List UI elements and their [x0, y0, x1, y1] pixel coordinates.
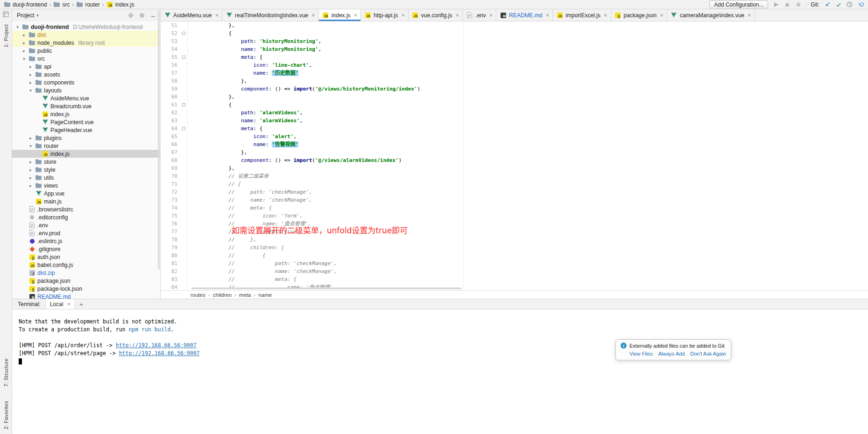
chevron-right-icon[interactable]: ▸	[28, 64, 33, 69]
editor-tab[interactable]: JSindex.js×	[319, 9, 361, 21]
breadcrumb-item[interactable]: src	[52, 1, 71, 8]
breadcrumb-item[interactable]: duoji-frontend	[3, 1, 48, 8]
tree-item[interactable]: JSindex.js	[12, 150, 160, 158]
chevron-right-icon[interactable]: ▸	[21, 49, 27, 53]
terminal-link[interactable]: http://192.168.66.56:9007	[119, 350, 200, 357]
editor-breadcrumb-item[interactable]: routes	[191, 292, 205, 298]
editor-tab[interactable]: JSvue.config.js×	[409, 9, 463, 21]
tree-item[interactable]: ▸store	[12, 158, 160, 166]
tree-item[interactable]: ▸views	[12, 182, 160, 189]
tree-item[interactable]: ▸utils	[12, 174, 160, 182]
close-icon[interactable]: ×	[604, 12, 607, 18]
chevron-down-icon[interactable]: ▾	[28, 88, 33, 93]
close-icon[interactable]: ×	[67, 301, 71, 307]
breadcrumb-item[interactable]: JSindex.js	[106, 1, 135, 8]
tree-item[interactable]: ▾src	[12, 55, 160, 63]
editor-tab[interactable]: JSimportExcel.js×	[553, 9, 611, 21]
tree-item[interactable]: JSbabel.config.js	[12, 261, 160, 269]
editor-tab[interactable]: AsideMenu.vue×	[161, 9, 222, 21]
chevron-down-icon[interactable]: ▾	[21, 56, 27, 61]
notification-action[interactable]: Always Add	[658, 351, 685, 357]
editor-tab[interactable]: .env×	[463, 9, 496, 21]
code-line[interactable]: 71 // {	[161, 180, 868, 188]
editor-tab[interactable]: JShttp-api.js×	[361, 9, 409, 21]
debug-bug-icon[interactable]	[783, 1, 790, 8]
chevron-right-icon[interactable]: ▸	[28, 72, 33, 77]
tree-item[interactable]: ▸style	[12, 166, 160, 174]
tree-item[interactable]: Breadcrumb.vue	[12, 102, 160, 110]
tree-item[interactable]: Zdist.zip	[12, 269, 160, 277]
fold-icon[interactable]	[182, 127, 185, 130]
chevron-down-icon[interactable]: ▾	[15, 25, 20, 29]
code-line[interactable]: 58 },	[161, 77, 868, 85]
terminal-tab-local[interactable]: Local ×	[45, 299, 75, 309]
hide-panel-icon[interactable]	[149, 12, 156, 19]
tool-window-button[interactable]: 2: Favorites	[3, 401, 9, 429]
close-icon[interactable]: ×	[354, 12, 358, 18]
chevron-down-icon[interactable]: ▾	[28, 144, 33, 148]
fold-icon[interactable]	[182, 32, 185, 35]
close-icon[interactable]: ×	[455, 12, 459, 18]
tool-window-button[interactable]: 7: Structure	[3, 358, 9, 386]
locate-file-icon[interactable]	[127, 12, 134, 19]
code-line[interactable]: 63 name: 'alarmVideos',	[161, 117, 868, 125]
tree-item[interactable]: .gitignore	[12, 245, 160, 253]
code-line[interactable]: 53 path: 'historyMonitoring',	[161, 37, 868, 45]
code-line[interactable]: 83 // meta: {	[161, 275, 868, 283]
code-line[interactable]: 67 },	[161, 148, 868, 156]
tree-item[interactable]: .browserslistrc	[12, 205, 160, 213]
editor-tab[interactable]: MREADME.md×	[496, 9, 553, 21]
tree-item[interactable]: MREADME.md	[12, 293, 160, 299]
tree-item[interactable]: ▸components	[12, 78, 160, 86]
code-line[interactable]: 62 path: 'alarmVideos',	[161, 109, 868, 117]
history-clock-icon[interactable]	[846, 1, 853, 8]
tree-item[interactable]: ▸api	[12, 63, 160, 70]
code-line[interactable]: 66 name: '告警视频'	[161, 140, 868, 148]
code-line[interactable]: 68 component: () => import('@/views/alar…	[161, 156, 868, 164]
fold-icon[interactable]	[182, 56, 185, 59]
code-line[interactable]: 80 // {	[161, 252, 868, 259]
code-line[interactable]: 65 icon: 'alert',	[161, 133, 868, 140]
chevron-right-icon[interactable]: ▸	[28, 175, 33, 180]
tree-item[interactable]: ▸plugins	[12, 134, 160, 142]
notification-action[interactable]: View Files	[629, 351, 653, 357]
tree-item[interactable]: .editorconfig	[12, 213, 160, 221]
code-line[interactable]: 79 // children: [	[161, 244, 868, 252]
tree-item[interactable]: {}package-lock.json	[12, 285, 160, 293]
code-line[interactable]: 69 },	[161, 164, 868, 172]
code-line[interactable]: 82 // name: 'checkManage',	[161, 267, 868, 275]
stop-icon[interactable]	[795, 1, 802, 8]
chevron-right-icon[interactable]: ▸	[21, 41, 27, 45]
chevron-right-icon[interactable]: ▸	[21, 33, 27, 37]
code-line[interactable]: 59 component: () => import('@/views/hist…	[161, 85, 868, 93]
tool-window-button[interactable]: 1: Project	[3, 24, 9, 47]
run-play-icon[interactable]	[772, 1, 779, 8]
close-icon[interactable]: ×	[401, 12, 405, 18]
breadcrumb-item[interactable]: router	[75, 1, 100, 8]
tree-item[interactable]: ▸assets	[12, 70, 160, 78]
tree-item[interactable]: {}package.json	[12, 277, 160, 285]
code-line[interactable]: 70 // 设置二级菜单	[161, 172, 868, 180]
code-line[interactable]: 60 },	[161, 93, 868, 101]
terminal-cursor[interactable]	[19, 358, 22, 364]
tree-item[interactable]: ▸node_moduleslibrary root	[12, 39, 160, 47]
chevron-right-icon[interactable]: ▸	[28, 183, 33, 188]
tree-item[interactable]: {}auth.json	[12, 253, 160, 261]
code-line[interactable]: 56 icon: 'line-chart',	[161, 61, 868, 69]
rollback-undo-icon[interactable]	[857, 1, 864, 8]
code-line[interactable]: 64 meta: {	[161, 125, 868, 133]
editor-breadcrumb-item[interactable]: children	[213, 292, 232, 298]
tree-item[interactable]: JSindex.js	[12, 110, 160, 118]
editor-tab[interactable]: {}package.json×	[611, 9, 667, 21]
settings-gear-icon[interactable]	[138, 12, 145, 19]
horizontal-scrollbar[interactable]	[191, 287, 461, 289]
chevron-right-icon[interactable]: ▸	[28, 160, 33, 164]
git-update-icon[interactable]	[824, 1, 831, 8]
code-line[interactable]: 81 // path: 'checkManage',	[161, 259, 868, 267]
tree-item[interactable]: PageHeader.vue	[12, 126, 160, 134]
tree-item[interactable]: App.vue	[12, 189, 160, 197]
fold-icon[interactable]	[182, 103, 185, 106]
tree-item[interactable]: JSmain.js	[12, 197, 160, 205]
tree-item[interactable]: AsideMenu.vue	[12, 94, 160, 102]
chevron-right-icon[interactable]: ▸	[28, 80, 33, 85]
